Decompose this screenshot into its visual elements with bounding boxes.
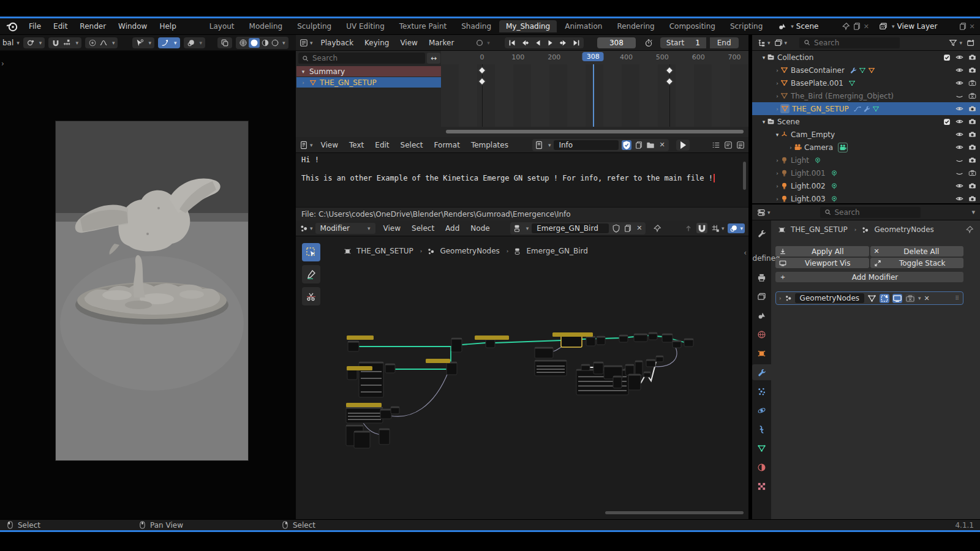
next-keyframe-icon[interactable] bbox=[559, 39, 568, 47]
workspace-tab-layout[interactable]: Layout bbox=[203, 20, 241, 32]
tri-icon[interactable] bbox=[780, 79, 788, 87]
render-enabled-icon[interactable] bbox=[968, 105, 976, 113]
word-wrap-icon[interactable] bbox=[724, 141, 733, 149]
xray-toggle[interactable] bbox=[217, 37, 232, 48]
tri-icon[interactable] bbox=[780, 92, 788, 100]
render-disabled-icon[interactable] bbox=[968, 79, 976, 87]
menu-text-templates[interactable]: Templates bbox=[466, 141, 514, 149]
workspace-tab-shading[interactable]: Shading bbox=[454, 20, 498, 32]
workspace-tab-modeling[interactable]: Modeling bbox=[243, 20, 290, 32]
workspace-tab-rendering[interactable]: Rendering bbox=[610, 20, 661, 32]
outliner-row-the-bird-emerging-object-[interactable]: ›The_Bird (Emerging_Object) bbox=[752, 89, 980, 102]
node[interactable] bbox=[628, 374, 641, 390]
filter-invert-button[interactable]: ↔ bbox=[427, 53, 440, 64]
text-datablock-icon[interactable] bbox=[535, 141, 543, 149]
menu-node-add[interactable]: Add bbox=[440, 224, 465, 233]
render-enabled-icon[interactable] bbox=[968, 143, 976, 151]
breadcrumb-node-group[interactable]: Emerge_GN_Bird bbox=[526, 247, 588, 255]
eye-closed-icon[interactable] bbox=[956, 169, 963, 177]
eye-open-icon[interactable] bbox=[956, 66, 963, 74]
outliner[interactable]: ▾ ▾ Search ▾ ▾Collection›BaseContainer›B… bbox=[752, 35, 980, 204]
eye-open-icon[interactable] bbox=[956, 53, 963, 61]
outliner-filter-id-dropdown[interactable]: ▾ bbox=[774, 39, 788, 47]
new-scene-icon[interactable] bbox=[853, 22, 861, 31]
snap-target-dropdown[interactable]: ▾ bbox=[23, 37, 45, 48]
empty-icon[interactable] bbox=[780, 130, 788, 138]
properties-tab-world[interactable] bbox=[752, 326, 771, 342]
chevron-down-icon[interactable]: ▾ bbox=[791, 23, 794, 29]
dope-channel-summary[interactable]: ▾Summary bbox=[296, 66, 441, 77]
current-frame-field[interactable]: 308 bbox=[597, 37, 636, 48]
node-graph-canvas[interactable] bbox=[296, 220, 748, 519]
dope-h-scrollbar[interactable] bbox=[446, 130, 744, 133]
bulb-icon[interactable] bbox=[780, 195, 788, 203]
overlays-toggle[interactable]: ▾ bbox=[728, 223, 745, 233]
breadcrumb-object[interactable]: THE_GN_SETUP bbox=[791, 225, 848, 234]
snapping-magnet-icon[interactable] bbox=[696, 223, 707, 233]
add-modifier-button[interactable]: ＋Add Modifier bbox=[775, 272, 963, 282]
bulb-icon[interactable] bbox=[780, 182, 788, 190]
gizmo-toggle[interactable]: ▾ bbox=[158, 37, 180, 48]
point-badge-icon[interactable] bbox=[831, 182, 838, 190]
outliner-row-light-002[interactable]: ›Light.002 bbox=[752, 179, 980, 192]
bulb-icon[interactable] bbox=[780, 169, 788, 177]
end-frame-field[interactable]: End bbox=[710, 37, 739, 48]
node[interactable] bbox=[451, 338, 462, 352]
mesh-badge-icon[interactable] bbox=[872, 105, 880, 113]
modifier-name-field[interactable]: GeometryNodes bbox=[795, 293, 864, 303]
fake-user-shield-icon[interactable] bbox=[612, 224, 620, 233]
node[interactable] bbox=[535, 360, 567, 376]
node[interactable] bbox=[354, 431, 370, 448]
fake-user-shield-icon[interactable] bbox=[622, 140, 631, 150]
point-badge-icon[interactable] bbox=[814, 157, 821, 164]
render-enabled-icon[interactable] bbox=[968, 182, 976, 190]
transform-orientation-dropdown[interactable]: bal▾ bbox=[2, 39, 20, 47]
node-mode-dropdown[interactable]: Modifier▾ bbox=[315, 223, 375, 234]
eye-open-icon[interactable] bbox=[956, 182, 963, 190]
text-line-2[interactable]: This is an other Example of the Kinetica… bbox=[301, 174, 713, 182]
point-badge-icon[interactable] bbox=[831, 195, 838, 203]
editor-type-dropdown[interactable]: ▾ bbox=[300, 39, 313, 47]
display-mode-dropdown[interactable]: ▾ bbox=[757, 39, 771, 47]
run-script-icon[interactable] bbox=[676, 140, 690, 151]
pin-icon[interactable] bbox=[965, 225, 974, 234]
dope-sheet-editor[interactable]: ▾ PlaybackKeyingViewMarker ▾ 308 Start1 … bbox=[296, 35, 748, 138]
new-node-tree-icon[interactable] bbox=[624, 224, 632, 233]
view-layer-icon[interactable] bbox=[879, 22, 888, 31]
properties-tab-tool[interactable] bbox=[752, 225, 771, 241]
modifier-panel-header[interactable]: › GeometryNodes ▾ ✕ ⠿ bbox=[775, 291, 963, 305]
prev-frame-icon[interactable] bbox=[533, 39, 542, 47]
viewport-vis-button[interactable]: Viewport Vis bbox=[775, 258, 869, 268]
current-frame-badge[interactable]: 308 bbox=[582, 52, 604, 61]
render-enabled-icon[interactable] bbox=[968, 53, 976, 61]
remove-view-layer-icon[interactable]: ✕ bbox=[970, 23, 975, 31]
render-disabled-icon[interactable] bbox=[968, 92, 976, 100]
render-enabled-icon[interactable] bbox=[968, 130, 976, 138]
wrench-badge-icon[interactable] bbox=[863, 105, 870, 113]
wrench-badge-icon[interactable] bbox=[850, 67, 857, 74]
node[interactable] bbox=[379, 429, 390, 444]
outliner-row-cam-empty[interactable]: ▾Cam_Empty bbox=[752, 128, 980, 141]
keyframe-diamond[interactable] bbox=[478, 67, 486, 75]
tool-links-cut[interactable] bbox=[302, 287, 320, 305]
collection-icon[interactable] bbox=[767, 118, 775, 126]
unlink-text-icon[interactable]: ✕ bbox=[658, 141, 666, 149]
proportional-editing-group[interactable]: ▾ bbox=[48, 37, 81, 48]
viewport-3d[interactable]: bal▾ ▾ ▾ ▾ ▾ ▾ ▾ ▾ › bbox=[0, 35, 296, 519]
stopwatch-icon[interactable] bbox=[644, 39, 653, 47]
render-enabled-icon[interactable] bbox=[968, 195, 976, 203]
menu-topbar-edit[interactable]: Edit bbox=[48, 22, 73, 31]
scene-name[interactable]: Scene bbox=[796, 22, 839, 31]
menu-text-text[interactable]: Text bbox=[344, 141, 369, 149]
node[interactable] bbox=[594, 362, 603, 374]
tri-icon[interactable] bbox=[780, 66, 788, 74]
properties-tab-object[interactable] bbox=[752, 345, 771, 361]
menu-dope-view[interactable]: View bbox=[394, 39, 423, 47]
eye-open-icon[interactable] bbox=[956, 143, 963, 151]
node[interactable] bbox=[535, 347, 553, 358]
outliner-filter-dropdown[interactable]: ▾ bbox=[949, 39, 962, 47]
menu-dope-marker[interactable]: Marker bbox=[423, 39, 459, 47]
eye-closed-icon[interactable] bbox=[956, 92, 963, 100]
node[interactable] bbox=[447, 362, 457, 375]
play-icon[interactable] bbox=[546, 39, 555, 47]
